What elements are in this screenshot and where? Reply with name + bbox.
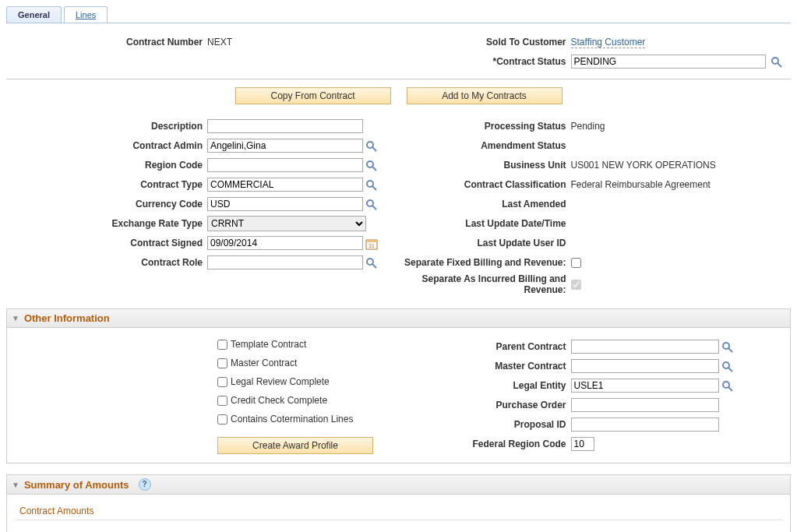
lookup-icon[interactable] [365,199,378,211]
contract-role-label: Contract Role [6,257,203,268]
parent-contract-label: Parent Contract [399,341,566,352]
processing-status-value: Pending [566,121,605,132]
business-unit-label: Business Unit [399,160,566,171]
tab-general[interactable]: General [6,6,62,23]
tab-lines[interactable]: Lines [64,6,108,23]
svg-point-8 [367,200,373,206]
help-icon[interactable]: ? [139,478,151,491]
contract-admin-label: Contract Admin [6,140,203,151]
contract-status-input[interactable] [571,55,766,69]
contract-signed-label: Contract Signed [6,238,203,248]
master-contract-label: Master Contract [399,361,566,372]
proposal-id-input[interactable] [571,417,719,432]
calendar-icon[interactable]: 31 [365,238,378,250]
svg-point-0 [772,58,778,64]
legal-entity-input[interactable] [571,379,719,393]
currency-code-label: Currency Code [6,199,203,210]
currency-code-input[interactable] [207,197,363,211]
business-unit-value: US001 NEW YORK OPERATIONS [566,160,716,171]
add-to-my-contracts-button[interactable]: Add to My Contracts [407,87,562,104]
divider [6,79,791,79]
lookup-icon[interactable] [365,179,378,192]
purchase-order-label: Purchase Order [399,400,566,410]
contract-classification-value: Federal Reimbursable Agreement [566,179,711,190]
cotermination-checkbox[interactable] [217,414,227,425]
contract-classification-label: Contract Classification [399,179,566,190]
svg-line-1 [778,63,781,67]
separate-fixed-checkbox[interactable] [571,258,581,268]
other-information-header[interactable]: ▼ Other Information [6,308,791,328]
contract-status-label: *Contract Status [399,56,566,67]
separate-incurred-label: Separate As Incurred Billing and Revenue… [399,273,566,295]
lookup-icon[interactable] [365,160,378,172]
parent-contract-input[interactable] [571,340,719,354]
contract-type-input[interactable] [207,178,363,192]
contract-type-label: Contract Type [6,179,203,190]
other-information-body: Template Contract Master Contract Legal … [6,328,791,463]
svg-line-16 [728,348,732,352]
summary-amounts-body: Contract Amounts Agreement Amount Total … [6,495,791,532]
tab-strip: General Lines [6,6,791,23]
svg-line-3 [372,147,376,151]
contract-role-input[interactable] [207,255,363,270]
svg-line-7 [372,186,376,190]
federal-region-label: Federal Region Code [399,439,566,449]
svg-text:31: 31 [369,243,375,248]
contract-amounts-subheader: Contract Amounts [15,502,782,520]
template-contract-checkbox[interactable] [217,340,227,350]
svg-rect-11 [366,240,377,242]
exchange-rate-label: Exchange Rate Type [6,218,203,229]
lookup-icon[interactable] [365,140,378,153]
lookup-icon[interactable] [721,380,734,393]
description-input[interactable] [207,119,363,133]
exchange-rate-select[interactable]: CRRNT [207,216,366,231]
lookup-icon[interactable] [771,56,783,69]
svg-point-2 [367,142,373,148]
last-amended-label: Last Amended [399,199,566,210]
collapse-arrow-icon: ▼ [12,481,19,489]
svg-point-13 [367,259,373,265]
proposal-id-label: Proposal ID [399,419,566,430]
master-contract-checkbox[interactable] [217,358,227,368]
svg-line-5 [372,167,376,171]
lookup-icon[interactable] [721,361,734,373]
contract-number-label: Contract Number [6,37,203,48]
svg-line-20 [728,387,732,391]
last-update-datetime-label: Last Update Date/Time [399,218,566,229]
sold-to-label: Sold To Customer [399,37,566,48]
svg-point-19 [723,382,729,388]
federal-region-input[interactable] [571,437,594,451]
contract-admin-input[interactable] [207,139,363,153]
master-contract-input[interactable] [571,359,719,373]
contract-signed-input[interactable] [207,236,363,250]
contract-number-value: NEXT [203,37,232,48]
amendment-status-label: Amendment Status [399,140,566,151]
collapse-arrow-icon: ▼ [12,314,19,322]
copy-from-contract-button[interactable]: Copy From Contract [235,87,391,104]
region-code-label: Region Code [6,160,203,171]
svg-line-9 [372,206,376,210]
lookup-icon[interactable] [721,341,734,354]
svg-point-4 [367,161,373,167]
separate-incurred-checkbox [571,280,581,290]
region-code-input[interactable] [207,158,363,172]
separate-fixed-label: Separate Fixed Billing and Revenue: [399,257,566,268]
description-label: Description [6,121,203,132]
lookup-icon[interactable] [365,257,378,270]
legal-review-checkbox[interactable] [217,377,227,387]
summary-amounts-header[interactable]: ▼ Summary of Amounts ? [6,474,791,495]
svg-point-15 [723,343,729,349]
svg-point-17 [723,362,729,368]
legal-entity-label: Legal Entity [399,380,566,391]
processing-status-label: Processing Status [399,121,566,132]
credit-check-checkbox[interactable] [217,396,227,406]
purchase-order-input[interactable] [571,398,719,412]
svg-line-14 [372,264,376,268]
create-award-profile-button[interactable]: Create Award Profile [217,437,373,454]
svg-line-18 [728,368,732,372]
sold-to-link[interactable]: Staffing Customer [571,37,646,48]
svg-point-6 [367,181,373,187]
last-update-user-label: Last Update User ID [399,238,566,248]
